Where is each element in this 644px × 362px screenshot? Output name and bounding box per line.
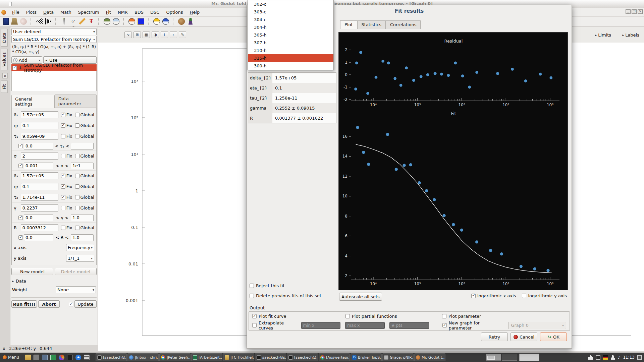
error-bar-icon[interactable]: Ŧ — [88, 18, 95, 25]
workspace-pager[interactable] — [486, 354, 517, 361]
bound-low-input[interactable]: 0.0 — [24, 143, 53, 149]
plot-toolbar-button-5[interactable]: r — [170, 32, 177, 38]
great-ball-icon[interactable] — [113, 18, 119, 25]
plot-toolbar-button-2[interactable]: ▦ — [143, 32, 150, 38]
taskbar-menu-button[interactable]: Menu — [0, 353, 22, 362]
file-manager-icon[interactable] — [34, 355, 39, 360]
text-editor-icon[interactable] — [50, 355, 56, 360]
show-desktop-area[interactable] — [519, 354, 539, 361]
menu-dsc[interactable]: DSC — [147, 9, 163, 16]
log-x-checkbox[interactable] — [471, 294, 476, 298]
max-x-field[interactable]: max x — [345, 322, 385, 329]
fix-checkbox[interactable] — [61, 195, 65, 199]
menu-spectrum[interactable]: Spectrum — [75, 9, 103, 16]
new-graph-row[interactable]: New graph for parameter — [442, 320, 504, 330]
fix-toggle[interactable]: Fix — [61, 112, 72, 117]
run-fit-button[interactable]: Run fit!!! — [11, 300, 37, 308]
num-pts-field[interactable]: # pts — [389, 322, 429, 329]
calculator-icon[interactable] — [84, 355, 90, 360]
minimize-icon[interactable]: ▁ — [626, 9, 631, 14]
reject-fit-row[interactable]: Reject this fit — [250, 283, 285, 288]
global-toggle[interactable]: Global — [75, 123, 94, 128]
autoscale-button[interactable]: Autoscale all sets — [339, 293, 382, 301]
param-value-input[interactable]: 0.2237 — [21, 204, 58, 212]
plot-toolbar-button-3[interactable]: ◑ — [152, 32, 159, 38]
y-axis-select[interactable]: 1/T_1▾ — [66, 255, 94, 262]
taskbar-window-9[interactable]: Grace: pNIP... — [382, 353, 414, 361]
keyboard-layout-flag-icon[interactable] — [603, 355, 608, 360]
param-value-input[interactable]: 0.1 — [21, 183, 58, 190]
abort-button[interactable]: Abort — [38, 300, 60, 308]
param-value-input[interactable]: 1.57e+05 — [21, 111, 58, 118]
log-y-row[interactable]: logarithmic y axis — [522, 293, 567, 298]
blue-square-icon[interactable] — [138, 18, 144, 25]
gimp-icon[interactable] — [59, 355, 64, 360]
close-icon[interactable]: ✕ — [638, 9, 643, 14]
sidebar-tab-data[interactable]: Data — [1, 29, 8, 47]
cancel-button[interactable]: Cancel — [511, 333, 537, 341]
sonic-screwdriver-icon[interactable] — [61, 18, 67, 25]
mouse-icon[interactable] — [20, 18, 27, 25]
menu-plots[interactable]: Plots — [23, 9, 40, 16]
menu-file[interactable]: File — [9, 9, 23, 16]
fix-checkbox[interactable] — [61, 113, 65, 117]
new-model-button[interactable]: New model — [11, 268, 53, 275]
param-value-input[interactable]: 9.059e-09 — [21, 133, 58, 140]
scribble-icon[interactable]: (?¿?) — [70, 18, 76, 25]
tardis-icon[interactable] — [3, 18, 9, 25]
taskbar-window-1[interactable]: |Inbox - chri... — [127, 353, 159, 361]
log-x-row[interactable]: logarithmic x axis — [471, 293, 516, 298]
update-button[interactable]: Update — [74, 300, 97, 308]
close-panel-icon[interactable]: ✕ — [2, 73, 8, 78]
global-checkbox[interactable] — [75, 123, 79, 128]
x-axis-select[interactable]: Frequency▾ — [66, 244, 94, 251]
taskbar-window-3[interactable]: [Arbeitszeit... — [191, 353, 222, 361]
global-checkbox[interactable] — [75, 206, 79, 210]
taskbar-window-10[interactable]: Mr. Godot t... — [414, 353, 445, 361]
bounds-checkbox[interactable] — [18, 216, 23, 220]
user-status-icon[interactable] — [610, 355, 615, 360]
menu-options[interactable]: Options — [163, 9, 186, 16]
dalek-icon[interactable] — [11, 18, 18, 25]
plot-fit-curve-checkbox[interactable] — [252, 314, 257, 318]
menu-nmr[interactable]: NMR — [114, 9, 131, 16]
dropdown-item-304-h[interactable]: 304-h — [248, 23, 333, 31]
plot-partial-checkbox[interactable] — [345, 314, 350, 318]
residual-and-fit-plots[interactable]: Residual210-1-210⁴10⁵10⁶10⁷10⁸Fit1614121… — [339, 33, 568, 290]
plot-toolbar-button-4[interactable]: i — [161, 32, 168, 38]
workspace-2[interactable] — [502, 354, 517, 361]
bound-high-input[interactable]: 1.0 — [71, 234, 94, 241]
model-list-selected-row[interactable]: + Sum LG/CD, Prefactor from Isotropy — [11, 64, 97, 71]
param-value-input[interactable]: 0.1 — [21, 122, 58, 129]
fix-checkbox[interactable] — [61, 184, 65, 189]
param-value-input[interactable]: 1.57e+05 — [21, 172, 58, 179]
orange-ball-icon[interactable] — [128, 18, 135, 25]
fix-toggle[interactable]: Fix — [61, 195, 72, 200]
global-toggle[interactable]: Global — [75, 225, 94, 230]
taskbar-window-7[interactable]: [Auswertepr... — [319, 353, 350, 361]
param-value-input[interactable]: 1.714e-11 — [21, 194, 58, 201]
triangle-right-icon[interactable] — [45, 18, 52, 25]
delete-previous-checkbox[interactable] — [250, 294, 254, 298]
folder-launcher-icon[interactable] — [25, 355, 31, 360]
global-checkbox[interactable] — [75, 184, 79, 189]
global-checkbox[interactable] — [75, 134, 79, 138]
bounds-checkbox[interactable] — [18, 235, 23, 240]
retry-button[interactable]: Retry — [481, 333, 508, 341]
dropdown-item-304-c[interactable]: 304-c — [248, 16, 333, 23]
ok-button[interactable]: ↵ OK — [540, 333, 567, 341]
workspace-1[interactable] — [486, 354, 501, 361]
dropdown-item-300-h[interactable]: 300-h — [248, 62, 333, 70]
taskbar-window-8[interactable]: TSBruker TopS... — [351, 353, 382, 361]
menu-fit[interactable]: Fit — [103, 9, 114, 16]
global-toggle[interactable]: Global — [75, 205, 94, 210]
bound-low-input[interactable]: 0.0 — [24, 215, 53, 221]
global-toggle[interactable]: Global — [75, 134, 94, 139]
global-toggle[interactable]: Global — [75, 195, 94, 200]
dialog-tab-plot[interactable]: Plot — [340, 20, 357, 29]
plot-toolbar-button-0[interactable]: ∿ — [124, 32, 132, 38]
fix-toggle[interactable]: Fix — [61, 184, 72, 189]
fix-toggle[interactable]: Fix — [61, 173, 72, 178]
menu-bds[interactable]: BDS — [131, 9, 147, 16]
safari-ball-icon[interactable] — [104, 18, 110, 25]
